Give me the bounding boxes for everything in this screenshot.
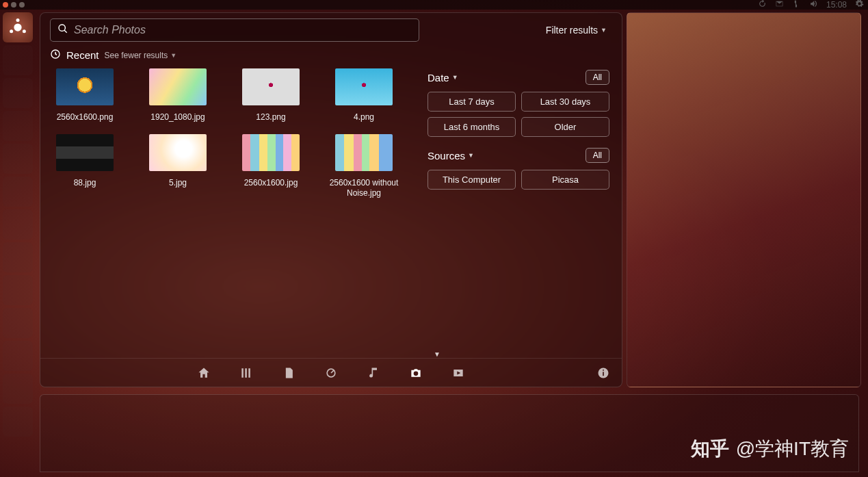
photo-label: 2560x1600.png (57, 112, 114, 122)
photo-thumb[interactable]: 2560x1600.png (49, 68, 121, 122)
search-input[interactable] (74, 24, 412, 36)
chevron-down-icon: ▼ (452, 74, 458, 81)
svg-point-1 (16, 18, 20, 22)
filter-date-option[interactable]: Last 6 months (428, 117, 516, 137)
photo-label: 4.png (354, 112, 374, 122)
chevron-down-icon: ▼ (170, 52, 176, 59)
launcher (0, 10, 36, 477)
top-panel (0, 0, 868, 10)
photo-label: 1920_1080.jpg (150, 112, 205, 122)
launcher-files-icon[interactable] (3, 45, 33, 75)
photo-thumbnail-image (242, 134, 300, 171)
photo-thumbnail-image (335, 134, 393, 171)
lens-bar (40, 358, 622, 387)
lens-apps-icon[interactable] (239, 365, 254, 381)
section-recent-title: Recent (66, 49, 99, 61)
photo-thumbnail-image (149, 68, 207, 105)
photo-thumb[interactable]: 123.png (235, 68, 307, 122)
lens-music-icon[interactable] (366, 365, 381, 381)
launcher-update-icon[interactable] (3, 144, 33, 174)
lens-indicator-icon: ▼ (434, 350, 440, 358)
svg-point-2 (23, 29, 26, 33)
filter-date-all[interactable]: All (586, 70, 609, 85)
photo-label: 5.jpg (169, 178, 187, 188)
clock-icon (50, 49, 61, 62)
filter-source-option[interactable]: This Computer (428, 170, 516, 190)
photo-thumbnail-image (56, 134, 114, 171)
svg-point-0 (14, 23, 21, 31)
window-close-dot[interactable] (3, 2, 8, 8)
launcher-misc-icon[interactable] (3, 308, 33, 338)
photo-grid: 2560x1600.png 1920_1080.jpg 123.png 4.pn… (49, 68, 418, 199)
lens-scope-icon[interactable] (324, 365, 339, 381)
desktop-preview (627, 12, 861, 387)
photo-label: 123.png (256, 112, 285, 122)
svg-rect-8 (603, 372, 604, 376)
watermark: 知乎 @学神IT教育 (691, 436, 849, 462)
photo-thumb[interactable]: 2560x1600.jpg (235, 134, 307, 198)
launcher-workspace-icon[interactable] (3, 341, 33, 371)
watermark-brand: 知乎 (691, 436, 729, 462)
photo-label: 88.jpg (74, 178, 96, 188)
dash-overlay: Filter results ▼ Recent See fewer result… (40, 12, 622, 387)
photo-thumb[interactable]: 4.png (328, 68, 400, 122)
launcher-settings-icon[interactable] (3, 242, 33, 272)
filter-group-date: Date ▼ All Last 7 days Last 30 days Last… (428, 68, 609, 137)
launcher-store-icon[interactable] (3, 177, 33, 207)
launcher-ubuntuone-icon[interactable] (3, 209, 33, 240)
launcher-firefox-icon[interactable] (3, 78, 33, 108)
filter-sources-title[interactable]: Sources ▼ (428, 150, 474, 162)
filter-date-option[interactable]: Last 7 days (428, 92, 516, 112)
window-min-dot[interactable] (11, 2, 16, 8)
photo-label: 2560x1600.jpg (244, 178, 298, 188)
svg-rect-9 (603, 370, 604, 371)
see-fewer-label: See fewer results (105, 51, 168, 60)
photo-thumbnail-image (149, 134, 207, 171)
lens-photos-icon[interactable] (408, 365, 423, 381)
filter-results-toggle[interactable]: Filter results ▼ (546, 25, 607, 36)
search-box[interactable] (50, 18, 419, 42)
chevron-down-icon: ▼ (601, 27, 607, 34)
info-icon[interactable] (596, 365, 611, 381)
chevron-down-icon: ▼ (468, 152, 474, 159)
lens-video-icon[interactable] (451, 365, 466, 381)
launcher-dash-icon[interactable] (3, 12, 33, 42)
lens-home-icon[interactable] (196, 365, 211, 381)
photo-thumb[interactable]: 1920_1080.jpg (142, 68, 214, 122)
photo-thumb[interactable]: 5.jpg (142, 134, 214, 198)
photo-thumbnail-image (335, 68, 393, 105)
search-icon (57, 23, 68, 37)
photo-label: 2560x1600 without Noise.jpg (328, 178, 400, 198)
photo-thumb[interactable]: 2560x1600 without Noise.jpg (328, 134, 400, 198)
filters-panel: Date ▼ All Last 7 days Last 30 days Last… (418, 68, 614, 199)
photo-thumb[interactable]: 88.jpg (49, 134, 121, 198)
filter-date-option[interactable]: Older (521, 117, 609, 137)
watermark-handle: @学神IT教育 (736, 436, 849, 462)
photo-thumbnail-image (56, 68, 114, 105)
lens-files-icon[interactable] (281, 365, 296, 381)
filter-date-title[interactable]: Date ▼ (428, 72, 458, 83)
launcher-usb-icon[interactable] (3, 407, 33, 437)
photo-thumbnail-image (242, 68, 300, 105)
launcher-chrome-icon[interactable] (3, 275, 33, 305)
filter-results-label: Filter results (546, 25, 598, 36)
filter-date-option[interactable]: Last 30 days (521, 92, 609, 112)
filter-sources-all[interactable]: All (586, 148, 609, 163)
launcher-app-icon[interactable] (3, 111, 33, 141)
svg-point-3 (10, 29, 13, 33)
launcher-drive-icon[interactable] (3, 374, 33, 404)
window-max-dot[interactable] (19, 2, 25, 8)
see-fewer-link[interactable]: See fewer results ▼ (105, 51, 177, 60)
filter-group-sources: Sources ▼ All This Computer Picasa (428, 146, 609, 190)
filter-source-option[interactable]: Picasa (521, 170, 609, 190)
